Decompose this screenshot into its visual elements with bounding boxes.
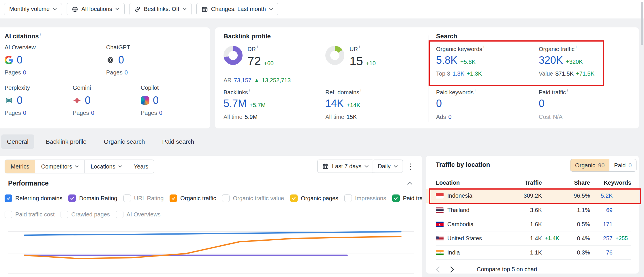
pages-count-link[interactable]: 0: [23, 110, 26, 116]
volume-mode-filter[interactable]: Monthly volume: [4, 3, 62, 15]
toggle-organic[interactable]: Organic90: [570, 159, 609, 171]
keywords-link[interactable]: 76: [590, 249, 613, 256]
organic-traffic-value-link[interactable]: 320K: [539, 54, 563, 66]
traffic-row-indonesia[interactable]: Indonesia309.2K96.5%5.2K: [436, 189, 631, 203]
performance-chart: [8, 222, 414, 276]
keywords-link[interactable]: 5.2K: [590, 192, 613, 199]
metric-checkbox-organic-traffic-value[interactable]: Organic traffic value: [222, 194, 284, 202]
backlinks-value-link[interactable]: 5.7M: [224, 98, 247, 110]
keywords-link[interactable]: 171: [590, 221, 613, 228]
segment-metrics[interactable]: Metrics: [5, 160, 35, 173]
metric-label: URL Rating: [134, 195, 164, 202]
metric-label: Organic traffic value: [233, 195, 284, 202]
keywords-delta: +255: [613, 235, 631, 242]
search-title: Search: [436, 33, 457, 40]
filter-label: Best links: Off: [144, 6, 179, 12]
info-icon[interactable]: i: [483, 45, 484, 49]
tab-backlink-profile[interactable]: Backlink profile: [40, 134, 92, 149]
date-range-selector[interactable]: Last 7 days: [317, 160, 374, 173]
location-cell: Cambodia: [436, 221, 504, 228]
changes-period-filter[interactable]: Changes: Last month: [196, 3, 278, 15]
paid-keywords-value-link[interactable]: 0: [436, 98, 442, 110]
metric-checkbox-crawled-pages[interactable]: Crawled pages: [61, 211, 110, 218]
perplexity-count-link[interactable]: 0: [17, 94, 22, 106]
toggle-paid[interactable]: Paid0: [609, 159, 636, 171]
ads-count-link[interactable]: 0: [448, 114, 451, 120]
more-options-kebab-icon[interactable]: ⋮: [407, 163, 414, 171]
info-icon[interactable]: i: [576, 45, 577, 49]
prev-page-icon[interactable]: [436, 266, 440, 273]
traffic-delta: +1.4K: [542, 235, 563, 242]
calendar-icon: [202, 6, 208, 12]
segment-locations[interactable]: Locations: [85, 160, 128, 173]
ai-citations-card: AI citationsi AI Overview 0 Pages0 ChatG…: [0, 27, 210, 128]
ar-value-link[interactable]: 73,157: [234, 77, 251, 83]
organic-keywords-value-link[interactable]: 5.8K: [436, 54, 457, 66]
checkbox-icon: [116, 211, 123, 218]
metric-checkbox-referring-domains[interactable]: Referring domains: [5, 194, 62, 202]
metric-checkbox-ai-overviews[interactable]: AI Overviews: [116, 211, 161, 218]
segment-competitors[interactable]: Competitors: [35, 160, 85, 173]
gemini-count-link[interactable]: 0: [85, 94, 91, 106]
traffic-row-thailand[interactable]: Thailand3.6K1.1%69: [436, 203, 631, 217]
top3-value-link[interactable]: 1.3K: [453, 70, 464, 77]
metric-label: Paid traffic cost: [15, 211, 55, 218]
checkbox-icon: [123, 194, 131, 202]
info-icon[interactable]: i: [249, 88, 250, 92]
metric-checkbox-organic-traffic[interactable]: Organic traffic: [170, 194, 216, 202]
traffic-value: 1.4K: [504, 235, 542, 242]
checkbox-icon: [68, 194, 76, 202]
metric-checkbox-url-rating[interactable]: URL Rating: [123, 194, 164, 202]
pages-count-link[interactable]: 0: [23, 69, 26, 76]
tab-paid-search[interactable]: Paid search: [156, 134, 200, 149]
ai-item-gemini: Gemini 0 Pages0: [73, 85, 94, 116]
segment-years[interactable]: Years: [128, 160, 154, 173]
pages-count-link[interactable]: 0: [125, 69, 128, 76]
ref-domains-value-link[interactable]: 14K: [325, 98, 344, 110]
keywords-link[interactable]: 257: [590, 235, 613, 242]
best-links-filter[interactable]: Best links: Off: [129, 3, 192, 15]
traffic-row-cambodia[interactable]: Cambodia1.6K0.5%171: [436, 217, 631, 231]
share-value: 96.5%: [563, 192, 590, 199]
chevron-down-icon: [115, 8, 119, 10]
metric-checkbox-paid-traffic-cost[interactable]: Paid traffic cost: [5, 211, 55, 218]
info-icon[interactable]: i: [257, 45, 258, 49]
backlinks-metric: Backlinksi 5.7M+5.7M All time5.9M: [224, 89, 266, 120]
pages-count-link[interactable]: 0: [91, 110, 94, 116]
col-share: Share: [563, 179, 590, 186]
locations-filter[interactable]: All locations: [67, 3, 125, 15]
chatgpt-count-link[interactable]: 0: [118, 54, 124, 66]
info-icon[interactable]: i: [40, 32, 41, 36]
chatgpt-icon: [106, 56, 115, 64]
backlink-search-card: Backlink profile DRi 72+60 AR73,157▲13,2…: [215, 27, 639, 128]
ai-item-ai-overview: AI Overview 0 Pages0: [5, 44, 36, 76]
performance-title: Performance: [8, 179, 49, 187]
compare-top5-action[interactable]: Compare top 5 on chart: [477, 266, 537, 273]
organic-traffic-metric: Organic traffici 320K+320K Value$71.5K+7…: [539, 45, 597, 77]
info-icon[interactable]: i: [361, 88, 361, 92]
info-icon[interactable]: i: [475, 88, 476, 92]
metric-checkbox-paid-traffic[interactable]: Paid traffic: [392, 194, 422, 202]
card-divider: [429, 35, 429, 122]
next-page-icon[interactable]: [450, 266, 454, 273]
granularity-selector[interactable]: Daily: [373, 160, 403, 173]
checkbox-icon: [344, 194, 352, 202]
keywords-link[interactable]: 69: [590, 207, 613, 214]
info-icon[interactable]: i: [567, 88, 568, 92]
metric-checkbox-organic-pages[interactable]: Organic pages: [290, 194, 338, 202]
ai-overview-count-link[interactable]: 0: [17, 54, 22, 66]
tab-organic-search[interactable]: Organic search: [98, 134, 151, 149]
copilot-count-link[interactable]: 0: [153, 94, 159, 106]
metric-checkbox-domain-rating[interactable]: Domain Rating: [68, 194, 117, 202]
vertical-scrollbar-thumb[interactable]: [641, 2, 643, 45]
checkbox-icon: [5, 194, 12, 202]
traffic-row-united-states[interactable]: United States1.4K+1.4K0.4%257+255: [436, 231, 631, 245]
collapse-chevron-up-icon[interactable]: [407, 182, 412, 185]
metric-checkbox-impressions[interactable]: Impressions: [344, 194, 386, 202]
pages-count-link[interactable]: 0: [159, 110, 162, 116]
info-icon[interactable]: i: [359, 45, 360, 49]
tab-general[interactable]: General: [1, 134, 34, 149]
col-location: Location: [436, 179, 504, 186]
paid-traffic-value-link[interactable]: 0: [539, 98, 545, 110]
traffic-row-india[interactable]: India1.1K0.3%76: [436, 245, 631, 259]
